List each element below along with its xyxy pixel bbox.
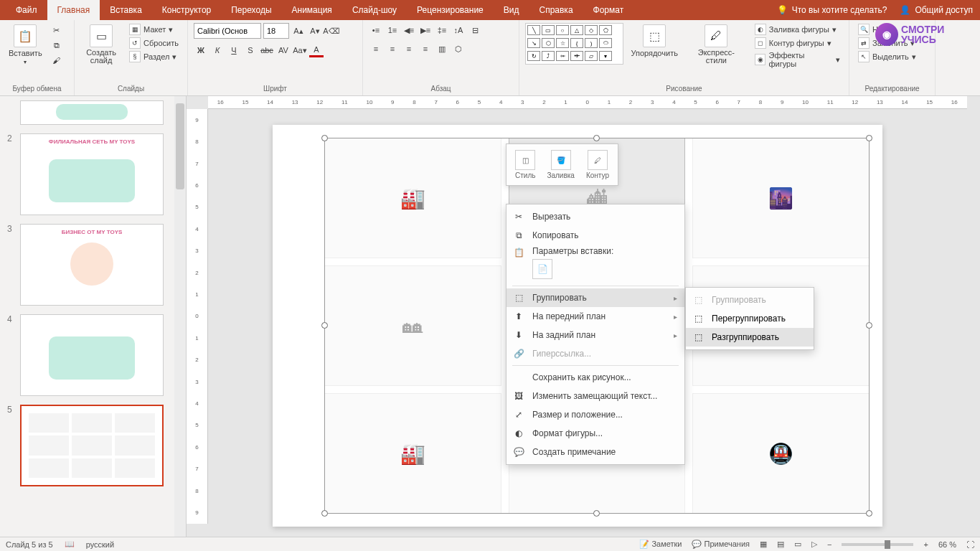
shadow-button[interactable]: S xyxy=(243,43,258,57)
italic-button[interactable]: К xyxy=(210,43,225,57)
thumbnail-3[interactable]: БИЗНЕС ОТ MY TOYS xyxy=(20,224,164,306)
thumbnail-1[interactable] xyxy=(20,100,164,125)
increase-indent-button[interactable]: ▶≡ xyxy=(418,23,433,37)
bold-button[interactable]: Ж xyxy=(194,43,208,57)
smartart-button[interactable]: ⬡ xyxy=(451,42,466,56)
tab-home[interactable]: Главная xyxy=(47,0,100,20)
arrange-button[interactable]: ⬚ Упорядочить xyxy=(628,23,680,59)
section-button[interactable]: §Раздел▾ xyxy=(126,50,182,63)
zoom-percent[interactable]: 66 % xyxy=(938,540,956,549)
mini-outline-button[interactable]: 🖊Контур xyxy=(582,149,613,181)
fit-to-window-button[interactable]: ⛶ xyxy=(966,540,974,549)
mini-style-button[interactable]: ◫Стиль xyxy=(511,149,540,181)
ctx-copy[interactable]: ⧉Копировать xyxy=(507,226,684,245)
format-painter-button[interactable]: 🖌 xyxy=(50,53,64,67)
share-button[interactable]: 👤 Общий доступ xyxy=(900,5,973,15)
font-color-button[interactable]: A xyxy=(309,43,324,57)
thumbnail-5[interactable] xyxy=(20,405,164,486)
zoom-slider[interactable] xyxy=(842,543,913,546)
select-button[interactable]: ↖Выделить▾ xyxy=(855,50,919,63)
tab-format[interactable]: Формат xyxy=(583,0,634,20)
increase-font-button[interactable]: A▴ xyxy=(291,24,306,38)
tab-view[interactable]: Вид xyxy=(494,0,529,20)
tab-animation[interactable]: Анимация xyxy=(282,0,342,20)
tab-file[interactable]: Файл xyxy=(6,0,47,20)
comments-button[interactable]: 💬 Примечания xyxy=(692,540,750,549)
justify-button[interactable]: ≡ xyxy=(418,42,433,56)
copy-button[interactable]: ⧉ xyxy=(50,38,64,52)
tab-slideshow[interactable]: Слайд-шоу xyxy=(342,0,407,20)
ctx-save-picture[interactable]: Сохранить как рисунок... xyxy=(507,368,684,387)
ctx-cut[interactable]: ✂Вырезать xyxy=(507,207,684,226)
cut-button[interactable]: ✂ xyxy=(50,23,64,37)
language-indicator[interactable]: русский xyxy=(86,540,114,549)
thumb-row-5[interactable]: 5 xyxy=(0,400,186,491)
shape-fill-button[interactable]: ◐Заливка фигуры▾ xyxy=(752,23,843,36)
submenu-ungroup[interactable]: ⬚Разгруппировать xyxy=(686,328,814,347)
paste-button[interactable]: 📋 Вставить ▾ xyxy=(6,23,45,67)
shapes-gallery[interactable]: ╲▭○△◇⬠ ↘⬡☆{)⬭ ↻⤴⬰⬲▱▾ xyxy=(525,23,623,65)
numbering-button[interactable]: 1≡ xyxy=(385,23,400,37)
tab-review[interactable]: Рецензирование xyxy=(407,0,494,20)
font-size-dropdown[interactable]: 18 xyxy=(263,23,289,39)
view-reading-button[interactable]: ▭ xyxy=(794,540,801,549)
thumbnail-4[interactable] xyxy=(20,314,164,396)
resize-handle-tm[interactable] xyxy=(593,135,600,141)
thumb-row-2[interactable]: 2 ФИЛИАЛЬНАЯ СЕТЬ MY TOYS xyxy=(0,129,186,220)
reset-button[interactable]: ↺Сбросить xyxy=(126,37,182,50)
tab-insert[interactable]: Вставка xyxy=(100,0,152,20)
zoom-out-button[interactable]: − xyxy=(827,540,831,549)
tab-transitions[interactable]: Переходы xyxy=(221,0,281,20)
align-text-button[interactable]: ⊟ xyxy=(468,23,482,37)
tab-help[interactable]: Справка xyxy=(529,0,583,20)
resize-handle-br[interactable] xyxy=(866,510,872,517)
ctx-alt-text[interactable]: 🖼Изменить замещающий текст... xyxy=(507,387,684,405)
view-slideshow-button[interactable]: ▷ xyxy=(811,540,817,549)
zoom-in-button[interactable]: + xyxy=(923,540,928,549)
view-normal-button[interactable]: ▦ xyxy=(760,540,767,549)
notes-button[interactable]: 📝 Заметки xyxy=(639,540,682,549)
layout-button[interactable]: ▦Макет▾ xyxy=(126,23,182,36)
thumb-row-4[interactable]: 4 xyxy=(0,310,186,400)
shape-outline-button[interactable]: ◻Контур фигуры▾ xyxy=(752,37,843,50)
tab-design[interactable]: Конструктор xyxy=(152,0,221,20)
quick-styles-button[interactable]: 🖊 Экспресс-стили xyxy=(685,23,748,66)
columns-button[interactable]: ▥ xyxy=(435,42,449,56)
ctx-size-position[interactable]: ⤢Размер и положение... xyxy=(507,405,684,424)
resize-handle-mr[interactable] xyxy=(866,322,872,329)
tell-me-search[interactable]: 💡 Что вы хотите сделать? xyxy=(777,5,887,15)
resize-handle-tl[interactable] xyxy=(321,135,328,141)
thumbnails-scrollbar[interactable] xyxy=(174,96,186,537)
line-spacing-button[interactable]: ‡≡ xyxy=(435,23,449,37)
submenu-regroup[interactable]: ⬚Перегруппировать xyxy=(686,309,814,328)
ctx-send-back[interactable]: ⬇На задний план▸ xyxy=(507,326,684,344)
resize-handle-tr[interactable] xyxy=(866,135,872,141)
new-slide-button[interactable]: ▭ Создать слайд xyxy=(80,23,122,66)
view-sorter-button[interactable]: ▤ xyxy=(777,540,784,549)
font-family-dropdown[interactable]: Calibri (Основ xyxy=(194,23,261,39)
clear-formatting-button[interactable]: A⌫ xyxy=(324,24,339,38)
ctx-group[interactable]: ⬚Группировать▸ xyxy=(507,288,684,307)
decrease-indent-button[interactable]: ◀≡ xyxy=(402,23,416,37)
decrease-font-button[interactable]: A▾ xyxy=(308,24,322,38)
ctx-bring-front[interactable]: ⬆На передний план▸ xyxy=(507,307,684,326)
strikethrough-button[interactable]: abc xyxy=(260,43,274,57)
resize-handle-bl[interactable] xyxy=(321,510,328,517)
align-right-button[interactable]: ≡ xyxy=(402,42,416,56)
ctx-new-comment[interactable]: 💬Создать примечание xyxy=(507,443,684,461)
bullets-button[interactable]: •≡ xyxy=(369,23,383,37)
ctx-format-shape[interactable]: ◐Формат фигуры... xyxy=(507,424,684,443)
underline-button[interactable]: Ч xyxy=(227,43,241,57)
thumb-row-1[interactable] xyxy=(0,100,186,129)
thumb-row-3[interactable]: 3 БИЗНЕС ОТ MY TOYS xyxy=(0,220,186,310)
change-case-button[interactable]: Aa▾ xyxy=(293,43,307,57)
zoom-slider-thumb[interactable] xyxy=(885,540,890,549)
scrollbar-thumb[interactable] xyxy=(176,103,184,189)
spellcheck-icon[interactable]: 📖 xyxy=(65,540,75,549)
resize-handle-bm[interactable] xyxy=(593,510,600,517)
align-left-button[interactable]: ≡ xyxy=(369,42,383,56)
shape-effects-button[interactable]: ◉Эффекты фигуры▾ xyxy=(752,50,843,69)
mini-fill-button[interactable]: 🪣Заливка xyxy=(542,149,579,181)
align-center-button[interactable]: ≡ xyxy=(385,42,400,56)
resize-handle-ml[interactable] xyxy=(321,322,328,329)
